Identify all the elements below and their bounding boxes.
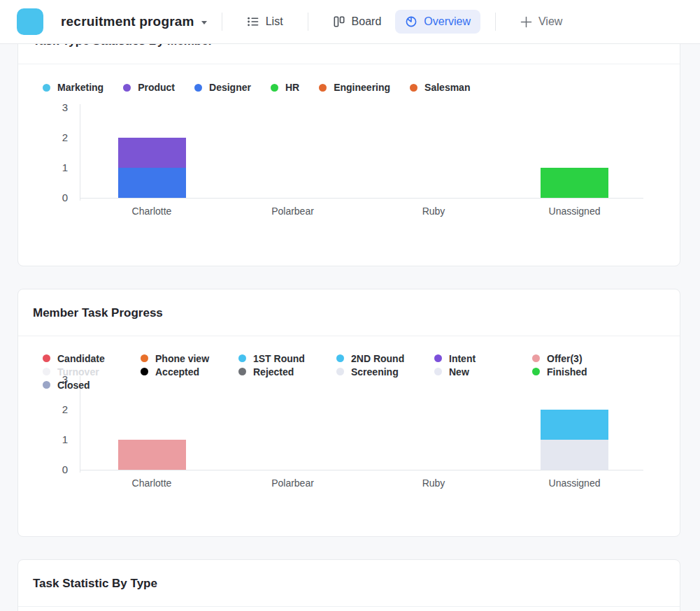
- bar-segment-offer-3-: [118, 440, 186, 470]
- x-axis-label: Unassigned: [519, 206, 631, 217]
- legend-item-salesman[interactable]: Salesman: [410, 82, 470, 93]
- chevron-down-icon: [201, 21, 207, 24]
- legend-item-hr[interactable]: HR: [271, 82, 299, 93]
- legend-dot: [123, 84, 131, 92]
- legend-item-product[interactable]: Product: [123, 82, 175, 93]
- x-axis-label: Ruby: [378, 206, 490, 217]
- y-axis-line: [80, 104, 80, 201]
- bar-segment-product: [118, 138, 186, 168]
- chart-legend: MarketingProductDesignerHREngineeringSal…: [43, 80, 470, 94]
- app-icon[interactable]: [17, 8, 43, 35]
- legend-label: Engineering: [334, 82, 390, 93]
- card-task-statistic-by-type: Task Statistic By Type: [17, 559, 680, 611]
- tab-overview[interactable]: Overview: [395, 10, 480, 34]
- legend-item-closed[interactable]: Closed: [43, 380, 141, 391]
- legend-label: Accepted: [155, 366, 199, 378]
- legend-dot: [271, 84, 278, 92]
- x-axis-label: Polarbear: [237, 477, 349, 489]
- overview-page: recruitment program List: [0, 0, 700, 611]
- legend-dot: [410, 84, 417, 92]
- legend-label: New: [449, 366, 469, 378]
- plus-icon: [520, 16, 532, 28]
- legend-item-1st-round[interactable]: 1ST Round: [238, 353, 336, 364]
- project-title: recruitment program: [61, 14, 194, 29]
- tab-add-view[interactable]: View: [510, 10, 572, 34]
- x-axis-line: [80, 198, 643, 199]
- legend-dot: [43, 84, 50, 92]
- card-member-task-progress: Member Task Progress CandidatePhone view…: [17, 289, 680, 537]
- legend-item-screening[interactable]: Screening: [336, 366, 434, 378]
- legend-label: HR: [285, 82, 299, 93]
- header-bar: recruitment program List: [0, 0, 700, 44]
- y-axis-tick: 3: [40, 101, 68, 115]
- y-axis-tick: 2: [40, 131, 68, 145]
- legend-dot: [194, 84, 202, 92]
- legend-dot: [43, 354, 50, 362]
- divider: [222, 13, 222, 31]
- legend-item-rejected[interactable]: Rejected: [238, 366, 336, 378]
- legend-dot: [336, 354, 344, 362]
- legend-item-accepted[interactable]: Accepted: [141, 366, 238, 378]
- legend-label: Salesman: [424, 82, 470, 93]
- legend-dot: [319, 84, 327, 92]
- y-axis-tick: 1: [40, 161, 68, 175]
- board-icon: [333, 15, 345, 28]
- legend-item-new[interactable]: New: [434, 366, 532, 378]
- y-axis-tick: 2: [40, 403, 68, 417]
- tab-list[interactable]: List: [237, 10, 293, 34]
- tab-add-view-label: View: [538, 15, 562, 28]
- legend-dot: [141, 354, 148, 362]
- legend-item-turnover[interactable]: Turnover: [43, 366, 141, 378]
- x-axis-line: [80, 470, 643, 470]
- y-axis-tick: 0: [40, 463, 68, 477]
- tab-overview-label: Overview: [424, 15, 471, 28]
- list-icon: [247, 15, 259, 28]
- project-title-button[interactable]: recruitment program: [61, 14, 207, 29]
- legend-dot: [532, 368, 540, 375]
- legend-dot: [434, 368, 442, 375]
- legend-item-offer-3-[interactable]: Offer(3): [532, 353, 630, 364]
- legend-label: Intent: [449, 353, 476, 364]
- chart-member-task-progress: CandidatePhone view1ST Round2ND RoundInt…: [18, 289, 680, 536]
- chart-legend: CandidatePhone view1ST Round2ND RoundInt…: [43, 352, 630, 391]
- legend-item-intent[interactable]: Intent: [434, 353, 532, 364]
- x-axis-label: Unassigned: [519, 477, 631, 489]
- legend-label: Designer: [209, 82, 251, 93]
- bar-segment-screening: [541, 440, 608, 470]
- legend-dot: [238, 368, 246, 375]
- legend-label: Rejected: [253, 366, 294, 378]
- legend-item-designer[interactable]: Designer: [194, 82, 251, 93]
- legend-item-candidate[interactable]: Candidate: [43, 353, 141, 364]
- pie-chart-icon: [405, 15, 417, 28]
- chart-task-type-by-member: MarketingProductDesignerHREngineeringSal…: [18, 17, 680, 266]
- legend-label: Phone view: [155, 353, 209, 364]
- legend-label: 2ND Round: [351, 353, 404, 364]
- tab-board[interactable]: Board: [323, 10, 392, 34]
- bar-segment-designer: [118, 168, 186, 198]
- x-axis-label: Charlotte: [96, 477, 208, 489]
- legend-item-engineering[interactable]: Engineering: [319, 82, 390, 93]
- tab-list-label: List: [266, 15, 283, 28]
- legend-label: Closed: [57, 380, 90, 391]
- legend-label: 1ST Round: [253, 353, 305, 364]
- bar-segment-2nd-round: [541, 410, 608, 440]
- legend-item-phone-view[interactable]: Phone view: [141, 353, 238, 364]
- divider: [308, 13, 308, 31]
- legend-dot: [532, 354, 540, 362]
- legend-dot: [238, 354, 246, 362]
- card-divider: [18, 606, 680, 607]
- legend-item-marketing[interactable]: Marketing: [43, 82, 103, 93]
- legend-dot: [434, 354, 442, 362]
- legend-label: Candidate: [57, 353, 105, 364]
- x-axis-label: Polarbear: [237, 206, 349, 217]
- legend-label: Marketing: [57, 82, 103, 93]
- legend-dot: [336, 368, 344, 375]
- legend-dot: [141, 368, 148, 375]
- y-axis-tick: 0: [40, 191, 68, 205]
- legend-label: Turnover: [57, 366, 99, 378]
- divider: [495, 13, 496, 31]
- legend-label: Product: [138, 82, 175, 93]
- legend-item-finished[interactable]: Finished: [532, 366, 630, 378]
- legend-item-2nd-round[interactable]: 2ND Round: [336, 353, 434, 364]
- legend-label: Offer(3): [547, 353, 583, 364]
